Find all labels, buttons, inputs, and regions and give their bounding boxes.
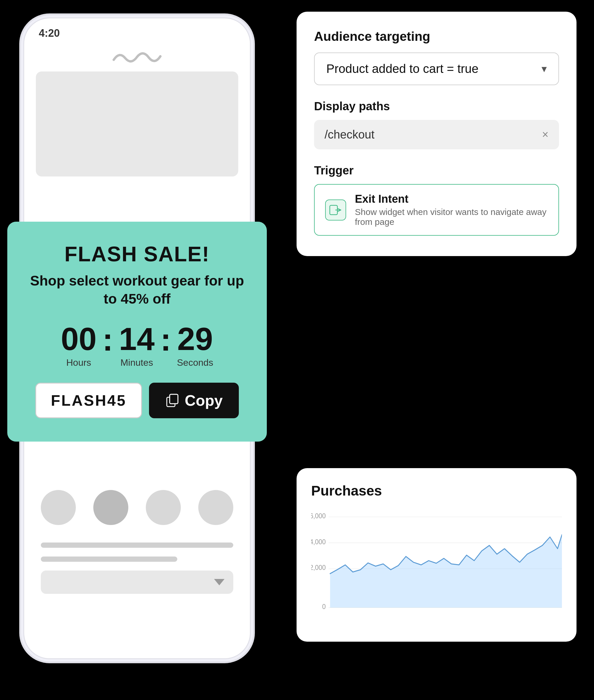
svg-text:6,000: 6,000: [311, 512, 326, 520]
phone-image-placeholder: [36, 71, 238, 177]
copy-icon: [165, 393, 179, 408]
trigger-text: Exit Intent Show widget when visitor wan…: [355, 193, 548, 227]
countdown-seconds: 29 Seconds: [177, 323, 213, 368]
trigger-name: Exit Intent: [355, 193, 548, 205]
circle-1: [41, 490, 76, 525]
phone-bar-2: [41, 556, 177, 562]
display-paths-label: Display paths: [314, 100, 559, 113]
copy-button[interactable]: Copy: [149, 383, 239, 418]
status-bar: 4:20: [24, 19, 250, 42]
minutes-label: Minutes: [119, 357, 155, 368]
countdown-timer: 00 Hours : 14 Minutes : 29 Seconds: [25, 323, 249, 368]
flash-sale-subtitle: Shop select workout gear for up to 45% o…: [25, 272, 249, 308]
phone-dropdown-arrow-icon: [214, 579, 225, 585]
phone-circles: [23, 490, 251, 525]
flash-sale-widget: FLASH SALE! Shop select workout gear for…: [7, 222, 267, 442]
countdown-hours: 00 Hours: [61, 323, 97, 368]
status-time: 4:20: [39, 27, 60, 39]
purchases-chart: 6,000 4,000 2,000 0: [311, 510, 562, 627]
svg-text:0: 0: [322, 603, 326, 610]
purchases-chart-svg: 6,000 4,000 2,000 0: [311, 510, 562, 627]
exit-intent-icon: [329, 203, 342, 216]
audience-value: Product added to cart = true: [326, 62, 478, 76]
trigger-option-exit-intent[interactable]: Exit Intent Show widget when visitor wan…: [314, 184, 559, 236]
phone-dropdown-bar[interactable]: [41, 571, 233, 594]
seconds-value: 29: [177, 323, 213, 355]
seconds-label: Seconds: [177, 357, 213, 368]
coupon-row: FLASH45 Copy: [25, 383, 249, 418]
svg-rect-2: [170, 394, 178, 404]
purchases-card: Purchases 6,000 4,000 2,000 0: [297, 468, 576, 642]
separator-1: :: [102, 323, 113, 355]
copy-button-label: Copy: [185, 392, 223, 409]
phone-squiggle: [111, 48, 163, 66]
minutes-value: 14: [119, 323, 155, 355]
exit-intent-icon-box: [325, 199, 346, 221]
phone-bottom-section: [23, 473, 251, 603]
audience-dropdown[interactable]: Product added to cart = true ▾: [314, 53, 559, 85]
circle-3: [146, 490, 181, 525]
coupon-code-box: FLASH45: [35, 383, 142, 418]
trigger-label: Trigger: [314, 164, 559, 177]
purchases-title: Purchases: [311, 483, 562, 499]
remove-path-button[interactable]: ×: [542, 128, 549, 141]
circle-2: [93, 490, 128, 525]
display-path-value: /checkout: [325, 128, 374, 141]
display-path-row: /checkout ×: [314, 120, 559, 149]
circle-4: [198, 490, 233, 525]
svg-text:4,000: 4,000: [311, 538, 326, 545]
hours-label: Hours: [61, 357, 97, 368]
svg-text:2,000: 2,000: [311, 564, 326, 571]
phone-bar-1: [41, 542, 233, 548]
audience-card: Audience targeting Product added to cart…: [297, 12, 576, 256]
flash-sale-title: FLASH SALE!: [25, 242, 249, 266]
hours-value: 00: [61, 323, 97, 355]
trigger-description: Show widget when visitor wants to naviga…: [355, 207, 548, 227]
audience-card-title: Audience targeting: [314, 29, 559, 44]
countdown-minutes: 14 Minutes: [119, 323, 155, 368]
audience-dropdown-arrow-icon: ▾: [541, 63, 547, 75]
separator-2: :: [160, 323, 171, 355]
chart-fill-area: [330, 535, 562, 608]
